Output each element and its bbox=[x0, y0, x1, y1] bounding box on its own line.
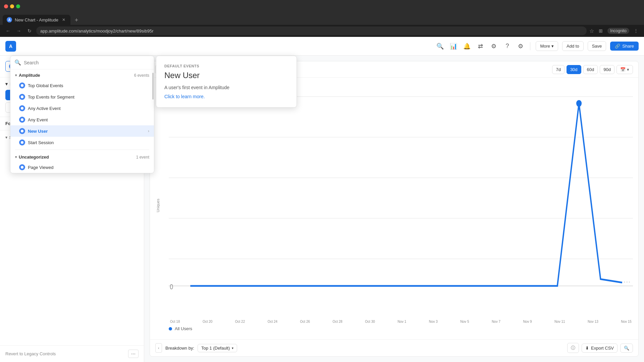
search-header-icon[interactable]: 🔍 bbox=[436, 42, 444, 50]
calendar-button[interactable]: 📅 ▾ bbox=[616, 65, 633, 74]
event-dropdown: 🔍 ▾ Amplitude 6 events Top Global Events bbox=[10, 56, 154, 173]
period-90d-btn[interactable]: 90d bbox=[600, 65, 614, 74]
calendar-icon: 📅 bbox=[620, 67, 626, 72]
chart-peak-dot bbox=[576, 100, 582, 107]
event-type-icon bbox=[19, 105, 25, 111]
incognito-badge[interactable]: Incognito bbox=[607, 28, 629, 34]
x-label: Nov 5 bbox=[460, 320, 469, 323]
more-options-btn[interactable]: ⋯ bbox=[128, 350, 139, 358]
y-axis-title: Uniques bbox=[156, 198, 160, 212]
period-30d-btn[interactable]: 30d bbox=[567, 65, 581, 74]
period-7d-btn[interactable]: 7d bbox=[552, 65, 564, 74]
x-label: Nov 13 bbox=[588, 320, 598, 323]
event-detail-title: New User bbox=[164, 71, 288, 80]
breakdown-right: ⓘ ⬇ Export CSV 🔍 bbox=[567, 343, 633, 353]
amplitude-category-name: ▾ Amplitude bbox=[15, 73, 40, 78]
x-label: Oct 24 bbox=[268, 320, 277, 323]
svg-point-6 bbox=[21, 166, 23, 169]
active-tab[interactable]: A New Chart - Amplitude ✕ bbox=[3, 15, 70, 25]
gear-icon[interactable]: ⚙ bbox=[517, 42, 525, 50]
list-item[interactable]: Page Viewed bbox=[10, 162, 154, 173]
chart-legend: All Users bbox=[155, 323, 633, 334]
save-button[interactable]: Save bbox=[588, 41, 606, 51]
more-button[interactable]: More ▾ bbox=[536, 41, 558, 51]
event-search-input[interactable] bbox=[24, 60, 150, 65]
list-item[interactable]: New User › bbox=[10, 125, 154, 137]
settings-header-icon[interactable]: ⚙ bbox=[490, 42, 498, 50]
back-btn[interactable]: ← bbox=[4, 27, 12, 35]
x-label: Oct 26 bbox=[300, 320, 310, 323]
event-detail-category: DEFAULT EVENTS bbox=[164, 64, 288, 68]
scrollbar-track[interactable] bbox=[152, 69, 154, 173]
list-item[interactable]: Top Events for Segment bbox=[10, 91, 154, 103]
dropdown-scroll-area[interactable]: ▾ Amplitude 6 events Top Global Events T… bbox=[10, 69, 154, 173]
add-to-button[interactable]: Add to bbox=[562, 41, 584, 51]
svg-point-4 bbox=[21, 130, 23, 132]
tab-title: New Chart - Amplitude bbox=[15, 17, 58, 22]
chart-search-btn[interactable]: 🔍 bbox=[620, 344, 633, 353]
share-button[interactable]: 🔗 Share bbox=[610, 42, 639, 51]
breakdown-label: Breakdown by: bbox=[165, 346, 194, 351]
download-icon: ⬇ bbox=[585, 346, 589, 351]
collapse-chevron[interactable]: ▾ bbox=[5, 81, 8, 86]
chart-collapse-btn[interactable]: ‹ bbox=[155, 343, 162, 353]
event-type-icon bbox=[19, 164, 25, 170]
bookmark-star-icon[interactable]: ☆ bbox=[589, 28, 594, 34]
analytics-icon[interactable]: 📊 bbox=[449, 42, 458, 50]
segment-chevron[interactable]: ▾ bbox=[5, 135, 7, 140]
svg-point-3 bbox=[21, 118, 23, 121]
export-csv-btn[interactable]: ⬇ Export CSV bbox=[582, 344, 618, 353]
browser-close-btn[interactable] bbox=[4, 4, 8, 8]
app-header: A 🔍 📊 🔔 ⇄ ⚙ ? ⚙ More ▾ Add to Save 🔗 Sha… bbox=[0, 37, 644, 56]
tab-favicon: A bbox=[7, 17, 12, 22]
list-item[interactable]: Top Global Events bbox=[10, 80, 154, 91]
address-bar-icons: ☆ ⊞ Incognito ⋮ bbox=[589, 27, 640, 35]
browser-titlebar bbox=[0, 0, 644, 13]
svg-point-2 bbox=[21, 107, 23, 110]
tab-close-btn[interactable]: ✕ bbox=[61, 17, 66, 22]
new-tab-btn[interactable]: + bbox=[72, 15, 81, 25]
amplitude-logo: A bbox=[5, 41, 16, 52]
x-label: Oct 18 bbox=[170, 320, 180, 323]
extensions-btn[interactable]: ⊞ bbox=[597, 27, 605, 35]
breakdown-info-btn[interactable]: ⓘ bbox=[567, 343, 579, 353]
revert-button[interactable]: Revert to Legacy Controls bbox=[5, 351, 56, 356]
event-submenu-arrow-icon: › bbox=[148, 129, 149, 133]
event-type-icon bbox=[19, 94, 25, 100]
header-icons: 🔍 📊 🔔 ⇄ ⚙ ? ⚙ bbox=[436, 42, 525, 50]
event-type-icon bbox=[19, 139, 25, 145]
refresh-btn[interactable]: ↻ bbox=[25, 27, 34, 35]
browser-maximize-btn[interactable] bbox=[16, 4, 20, 8]
x-label: Oct 22 bbox=[235, 320, 245, 323]
forward-btn[interactable]: → bbox=[15, 27, 23, 35]
url-display: app.amplitude.com/analytics/moodjoy2/cha… bbox=[40, 28, 153, 34]
period-60d-btn[interactable]: 60d bbox=[583, 65, 598, 74]
chart-svg: 1 0 … bbox=[169, 83, 633, 299]
list-item[interactable]: Any Event bbox=[10, 114, 154, 125]
x-label: Nov 3 bbox=[429, 320, 438, 323]
chart-body: Uniques 1 bbox=[150, 78, 638, 339]
address-bar[interactable]: app.amplitude.com/analytics/moodjoy2/cha… bbox=[36, 26, 587, 35]
list-item[interactable]: Start Session bbox=[10, 137, 154, 148]
dropdown-search-row: 🔍 bbox=[10, 56, 154, 69]
scrollbar-thumb[interactable] bbox=[152, 73, 154, 100]
bell-icon[interactable]: 🔔 bbox=[463, 42, 471, 50]
amplitude-chevron-icon: ▾ bbox=[15, 73, 17, 77]
amplitude-category-header[interactable]: ▾ Amplitude 6 events bbox=[10, 69, 154, 80]
event-detail-link[interactable]: Click to learn more. bbox=[164, 94, 288, 99]
uncategorized-category-header[interactable]: ▾ Uncategorized 1 event bbox=[10, 151, 154, 162]
breakdown-select[interactable]: Top 1 (Default) ▾ bbox=[198, 344, 237, 352]
menu-btn[interactable]: ⋮ bbox=[632, 27, 640, 35]
sync-icon[interactable]: ⇄ bbox=[476, 42, 484, 50]
amplitude-event-count: 6 events bbox=[134, 73, 149, 78]
svg-point-0 bbox=[21, 84, 23, 87]
list-item[interactable]: Any Active Event bbox=[10, 103, 154, 114]
x-label: Oct 28 bbox=[332, 320, 342, 323]
help-icon[interactable]: ? bbox=[503, 42, 511, 50]
app-container: A 🔍 📊 🔔 ⇄ ⚙ ? ⚙ More ▾ Add to Save 🔗 Sha… bbox=[0, 37, 644, 362]
address-bar-row: ← → ↻ app.amplitude.com/analytics/moodjo… bbox=[0, 25, 644, 37]
svg-point-1 bbox=[21, 96, 23, 98]
svg-text:0: 0 bbox=[170, 283, 173, 291]
event-type-icon bbox=[19, 117, 25, 123]
browser-minimize-btn[interactable] bbox=[10, 4, 14, 8]
